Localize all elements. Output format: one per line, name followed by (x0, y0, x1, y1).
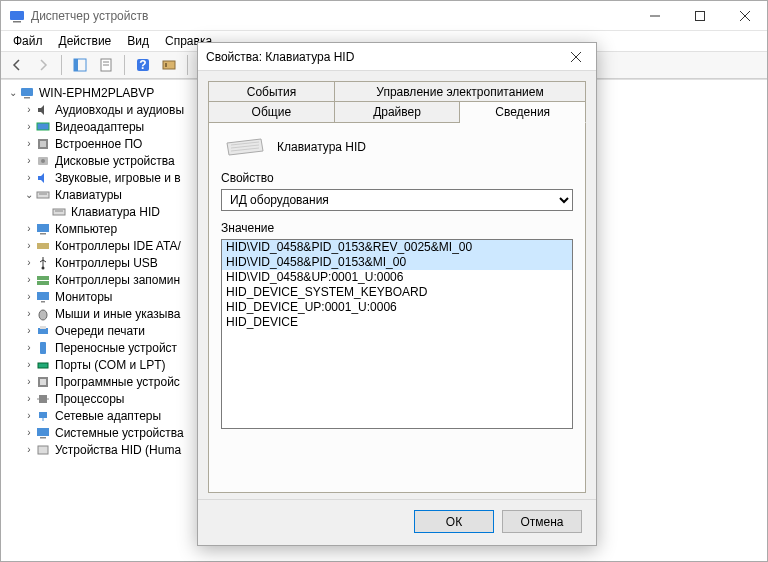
expand-icon[interactable]: › (23, 155, 35, 166)
dialog-titlebar: Свойства: Клавиатура HID (198, 43, 596, 71)
forward-button[interactable] (31, 53, 55, 77)
network-icon (35, 408, 51, 424)
portable-device-icon (35, 340, 51, 356)
menu-action[interactable]: Действие (51, 32, 120, 50)
expand-icon[interactable]: › (23, 427, 35, 438)
back-button[interactable] (5, 53, 29, 77)
tab-events[interactable]: События (208, 81, 335, 102)
value-item[interactable]: HID\VID_0458&PID_0153&REV_0025&MI_00 (222, 240, 572, 255)
svg-rect-49 (39, 412, 47, 418)
value-item[interactable]: HID_DEVICE (222, 315, 572, 330)
keyboard-icon (51, 204, 67, 220)
expand-icon[interactable]: › (23, 376, 35, 387)
ok-button[interactable]: ОК (414, 510, 494, 533)
tab-details[interactable]: Сведения (460, 102, 586, 123)
expand-icon[interactable]: › (23, 308, 35, 319)
expand-icon[interactable]: › (23, 410, 35, 421)
svg-point-34 (42, 266, 45, 269)
value-listbox[interactable]: HID\VID_0458&PID_0153&REV_0025&MI_00 HID… (221, 239, 573, 429)
svg-rect-52 (40, 437, 46, 439)
svg-rect-3 (695, 11, 704, 20)
device-name: Клавиатура HID (277, 140, 366, 154)
scan-hardware-button[interactable] (157, 53, 181, 77)
minimize-button[interactable] (632, 1, 677, 31)
expand-icon[interactable]: › (23, 444, 35, 455)
sound-icon (35, 170, 51, 186)
firmware-icon (35, 136, 51, 152)
menu-view[interactable]: Вид (119, 32, 157, 50)
svg-rect-24 (40, 141, 46, 147)
collapse-icon[interactable]: ⌄ (7, 87, 19, 98)
expand-icon[interactable]: › (23, 257, 35, 268)
menu-file[interactable]: Файл (5, 32, 51, 50)
app-icon (9, 8, 25, 24)
help-button[interactable]: ? (131, 53, 155, 77)
dialog-title: Свойства: Клавиатура HID (206, 50, 354, 64)
svg-rect-27 (37, 192, 49, 198)
expand-icon[interactable]: › (23, 325, 35, 336)
svg-rect-21 (24, 97, 30, 99)
expand-icon[interactable]: › (23, 240, 35, 251)
svg-rect-0 (10, 11, 24, 20)
value-item[interactable]: HID_DEVICE_UP:0001_U:0006 (222, 300, 572, 315)
dialog-close-button[interactable] (556, 43, 596, 71)
tab-power[interactable]: Управление электропитанием (335, 81, 586, 102)
expand-icon[interactable]: › (23, 274, 35, 285)
expand-icon[interactable]: › (23, 291, 35, 302)
expand-icon[interactable]: › (23, 121, 35, 132)
disk-icon (35, 153, 51, 169)
svg-rect-43 (38, 363, 48, 368)
expand-icon[interactable]: › (23, 359, 35, 370)
svg-rect-46 (39, 395, 47, 403)
svg-rect-22 (37, 123, 49, 130)
cancel-button[interactable]: Отмена (502, 510, 582, 533)
svg-rect-31 (37, 224, 49, 232)
svg-rect-20 (21, 88, 33, 96)
svg-rect-35 (37, 276, 49, 280)
expand-icon[interactable]: › (23, 342, 35, 353)
expand-icon[interactable]: › (23, 223, 35, 234)
tab-driver[interactable]: Драйвер (335, 102, 461, 123)
monitor-icon (35, 289, 51, 305)
properties-button[interactable] (94, 53, 118, 77)
tab-general[interactable]: Общие (208, 102, 335, 123)
ports-icon (35, 357, 51, 373)
value-item[interactable]: HID_DEVICE_SYSTEM_KEYBOARD (222, 285, 572, 300)
titlebar: Диспетчер устройств (1, 1, 767, 31)
svg-rect-51 (37, 428, 49, 436)
window-title: Диспетчер устройств (31, 9, 148, 23)
svg-rect-37 (37, 292, 49, 300)
computer-icon (19, 85, 35, 101)
system-device-icon (35, 425, 51, 441)
software-device-icon (35, 374, 51, 390)
value-item[interactable]: HID\VID_0458&PID_0153&MI_00 (222, 255, 572, 270)
collapse-icon[interactable]: ⌄ (23, 189, 35, 200)
svg-rect-1 (13, 21, 21, 23)
property-select[interactable]: ИД оборудования (221, 189, 573, 211)
svg-text:?: ? (139, 58, 146, 72)
keyboard-large-icon (225, 137, 265, 157)
mouse-icon (35, 306, 51, 322)
hid-icon (35, 442, 51, 458)
ide-controller-icon (35, 238, 51, 254)
show-hide-tree-button[interactable] (68, 53, 92, 77)
computer-icon (35, 221, 51, 237)
expand-yp[interactable]: › (23, 393, 35, 404)
close-button[interactable] (722, 1, 767, 31)
svg-rect-29 (53, 209, 65, 215)
svg-point-26 (41, 159, 45, 163)
svg-rect-33 (37, 243, 49, 249)
svg-rect-41 (40, 326, 46, 329)
svg-rect-42 (40, 342, 46, 354)
maximize-button[interactable] (677, 1, 722, 31)
audio-io-icon (35, 102, 51, 118)
svg-rect-32 (40, 233, 46, 235)
properties-dialog: Свойства: Клавиатура HID События Управле… (197, 42, 597, 546)
usb-icon (35, 255, 51, 271)
expand-icon[interactable]: › (23, 138, 35, 149)
expand-icon[interactable]: › (23, 104, 35, 115)
svg-rect-53 (38, 446, 48, 454)
svg-rect-36 (37, 281, 49, 285)
value-item[interactable]: HID\VID_0458&UP:0001_U:0006 (222, 270, 572, 285)
expand-icon[interactable]: › (23, 172, 35, 183)
